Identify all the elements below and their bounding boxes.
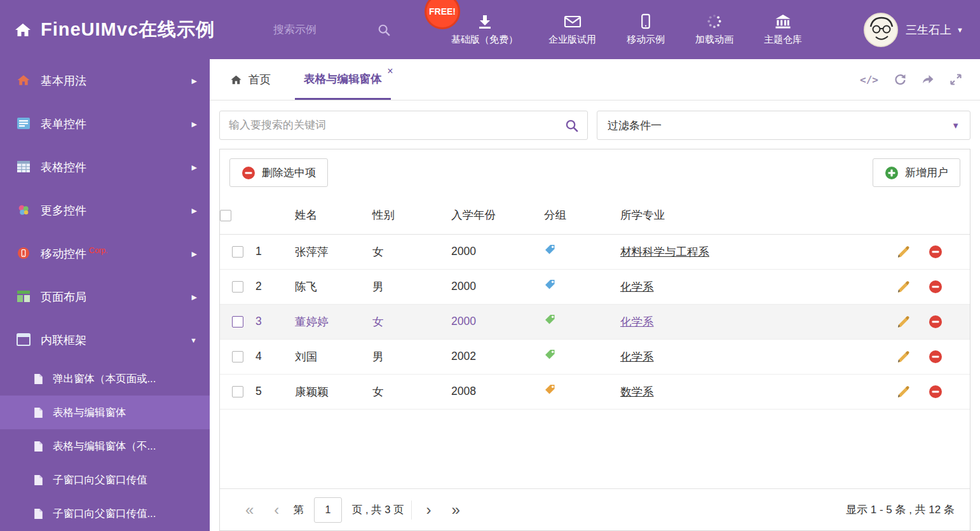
sidebar-item-inline-frame[interactable]: 内联框架 ▼ — [0, 319, 210, 362]
major-link[interactable]: 化学系 — [620, 280, 654, 293]
filter-dropdown[interactable]: 过滤条件一 ▼ — [597, 111, 970, 140]
chevron-right-icon: ▶ — [192, 293, 197, 301]
filter-dropdown-value: 过滤条件一 — [608, 118, 662, 133]
column-header-major[interactable]: 所学专业 — [620, 196, 896, 234]
column-header-gender[interactable]: 性别 — [372, 196, 451, 234]
sidebar-item-label: 更多控件 — [41, 203, 192, 218]
table-row[interactable]: 1 张萍萍 女 2000 材料科学与工程系 — [220, 234, 970, 269]
cell-year: 2002 — [451, 339, 544, 374]
delete-row-icon[interactable] — [929, 245, 943, 259]
tag-icon[interactable] — [544, 244, 557, 256]
major-link[interactable]: 材料科学与工程系 — [620, 245, 709, 258]
nav-mobile-demo[interactable]: 移动示例 — [627, 13, 665, 46]
user-area[interactable]: 三生石上 ▼ — [864, 13, 980, 47]
major-link[interactable]: 数学系 — [620, 385, 654, 398]
table-row[interactable]: 5 康颖颖 女 2008 数学系 — [220, 374, 970, 409]
logo-area[interactable]: FineUIMvc在线示例 — [0, 17, 267, 43]
frame-icon — [17, 333, 31, 347]
share-icon[interactable] — [922, 73, 934, 86]
free-badge: FREE! — [425, 0, 460, 29]
grid-panel: 删除选中项 新增用户 姓名 性 — [219, 149, 970, 531]
sidebar-item-grid-controls[interactable]: 表格控件 ▶ — [0, 146, 210, 189]
nav-basic-edition[interactable]: FREE! 基础版（免费） — [451, 14, 518, 46]
tab-label: 首页 — [248, 72, 271, 87]
nav-loading-animation[interactable]: 加载动画 — [695, 13, 733, 46]
file-icon — [33, 407, 44, 418]
row-checkbox[interactable] — [232, 386, 243, 397]
edit-icon[interactable] — [896, 280, 910, 294]
tag-icon[interactable] — [544, 348, 557, 361]
header-search-input[interactable] — [273, 24, 369, 36]
edit-icon[interactable] — [896, 385, 910, 399]
mobile-red-icon — [17, 247, 31, 261]
tag-icon[interactable] — [544, 383, 557, 396]
refresh-icon[interactable] — [894, 73, 906, 86]
tab-grid-edit-window[interactable]: 表格与编辑窗体 × — [295, 59, 391, 100]
tag-icon[interactable] — [544, 314, 557, 326]
page-number-input[interactable] — [314, 497, 342, 523]
sidebar-item-mobile-controls[interactable]: 移动控件Corp. ▶ — [0, 232, 210, 275]
row-checkbox[interactable] — [232, 246, 243, 258]
header-search — [273, 24, 407, 36]
delete-row-icon[interactable] — [929, 280, 943, 294]
tab-home[interactable]: 首页 — [221, 59, 280, 100]
grid-empty-space — [220, 410, 970, 489]
nav-theme-repo[interactable]: 主题仓库 — [764, 13, 802, 46]
plus-circle-icon — [885, 166, 899, 180]
sidebar-subitem-grid-edit-window[interactable]: 表格与编辑窗体 — [0, 396, 210, 429]
sidebar-item-more-controls[interactable]: 更多控件 ▶ — [0, 189, 210, 232]
avatar[interactable] — [864, 13, 898, 47]
sidebar-item-form-controls[interactable]: 表单控件 ▶ — [0, 102, 210, 146]
header-search-icon[interactable] — [378, 24, 390, 36]
last-page-button[interactable]: » — [441, 501, 470, 519]
sidebar-subitem-child-to-parent[interactable]: 子窗口向父窗口传值 — [0, 463, 210, 497]
sidebar-subitem-label: 弹出窗体（本页面或... — [53, 372, 156, 386]
row-checkbox[interactable] — [232, 281, 243, 293]
sidebar-item-label: 内联框架 — [41, 333, 190, 348]
sidebar-subitem-label: 表格与编辑窗体 — [53, 406, 126, 420]
row-checkbox[interactable] — [232, 351, 243, 362]
envelope-icon — [564, 14, 582, 29]
column-header-group[interactable]: 分组 — [544, 196, 620, 234]
table-row[interactable]: 2 陈飞 男 2000 化学系 — [220, 269, 970, 304]
top-header: FineUIMvc在线示例 FREE! 基础版（免费） 企业版试用 移动示例 — [0, 0, 980, 59]
table-row-selected[interactable]: 3 董婷婷 女 2000 化学系 — [220, 304, 970, 339]
edit-icon[interactable] — [896, 315, 910, 329]
sidebar-subitem-child-to-parent-2[interactable]: 子窗口向父窗口传值... — [0, 497, 210, 530]
fullscreen-icon[interactable] — [949, 73, 962, 86]
sidebar-subitem-popup-window[interactable]: 弹出窗体（本页面或... — [0, 362, 210, 396]
table-row[interactable]: 4 刘国 男 2002 化学系 — [220, 339, 970, 374]
sidebar-item-basic-usage[interactable]: 基本用法 ▶ — [0, 59, 210, 102]
edit-icon[interactable] — [896, 350, 910, 364]
app-window: FineUIMvc在线示例 FREE! 基础版（免费） 企业版试用 移动示例 — [0, 0, 980, 531]
delete-selected-button[interactable]: 删除选中项 — [229, 158, 328, 187]
file-icon — [33, 373, 44, 384]
close-icon[interactable]: × — [387, 66, 393, 77]
delete-row-icon[interactable] — [929, 315, 943, 329]
first-page-button[interactable]: « — [235, 501, 264, 519]
search-icon[interactable] — [565, 119, 578, 132]
major-link[interactable]: 化学系 — [620, 350, 654, 363]
column-header-year[interactable]: 入学年份 — [451, 196, 544, 234]
select-all-checkbox[interactable] — [220, 210, 231, 221]
sidebar-subitem-grid-edit-window-2[interactable]: 表格与编辑窗体（不... — [0, 429, 210, 463]
sidebar-subitem-label: 表格与编辑窗体（不... — [53, 439, 156, 453]
delete-row-icon[interactable] — [929, 350, 943, 364]
view-source-icon[interactable]: </> — [860, 74, 878, 86]
delete-row-icon[interactable] — [929, 385, 943, 399]
keyword-search-input[interactable] — [229, 119, 565, 132]
sidebar-item-page-layout[interactable]: 页面布局 ▶ — [0, 275, 210, 319]
tag-icon[interactable] — [544, 279, 557, 291]
nav-label: 加载动画 — [695, 34, 733, 46]
prev-page-button[interactable]: ‹ — [264, 501, 289, 519]
table-icon — [17, 160, 31, 174]
nav-enterprise-trial[interactable]: 企业版试用 — [548, 14, 596, 46]
row-checkbox[interactable] — [232, 316, 243, 328]
column-header-name[interactable]: 姓名 — [295, 196, 372, 234]
user-menu[interactable]: 三生石上 ▼ — [906, 22, 963, 38]
major-link[interactable]: 化学系 — [620, 315, 654, 328]
add-user-button[interactable]: 新增用户 — [873, 158, 960, 187]
edit-icon[interactable] — [896, 245, 910, 259]
next-page-button[interactable]: › — [416, 501, 441, 519]
file-icon — [33, 474, 44, 485]
